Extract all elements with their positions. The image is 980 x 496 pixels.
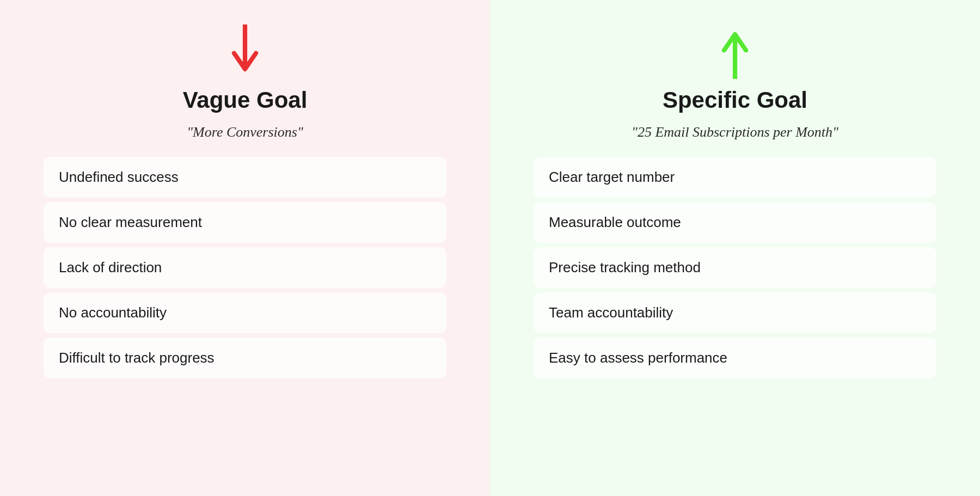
list-item: No clear measurement: [44, 202, 446, 243]
specific-goal-subtitle: "25 Email Subscriptions per Month": [632, 124, 838, 140]
up-arrow-icon: [719, 25, 751, 79]
vague-goal-items-list: Undefined success No clear measurement L…: [44, 157, 446, 378]
list-item: Undefined success: [44, 157, 446, 198]
list-item: Easy to assess performance: [534, 338, 936, 378]
list-item: Difficult to track progress: [44, 338, 446, 378]
list-item: Precise tracking method: [534, 247, 936, 288]
up-arrow-container: [719, 22, 751, 82]
vague-goal-subtitle: "More Conversions": [187, 124, 303, 140]
list-item: Clear target number: [534, 157, 936, 198]
list-item: Lack of direction: [44, 247, 446, 288]
down-arrow-icon: [229, 25, 261, 79]
down-arrow-container: [229, 22, 261, 82]
specific-goal-panel: Specific Goal "25 Email Subscriptions pe…: [490, 0, 980, 496]
list-item: Measurable outcome: [534, 202, 936, 243]
list-item: No accountability: [44, 292, 446, 333]
list-item: Team accountability: [534, 292, 936, 333]
specific-goal-title: Specific Goal: [663, 87, 807, 113]
specific-goal-items-list: Clear target number Measurable outcome P…: [534, 157, 936, 378]
vague-goal-title: Vague Goal: [183, 87, 308, 113]
vague-goal-panel: Vague Goal "More Conversions" Undefined …: [0, 0, 490, 496]
